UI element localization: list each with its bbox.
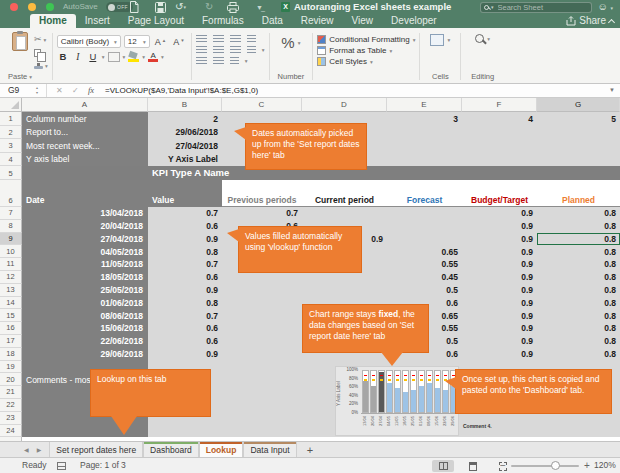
row-header-4[interactable]: 4 — [0, 153, 22, 167]
cell-E13[interactable]: 0.5 — [387, 284, 462, 297]
align-left-icon[interactable] — [196, 46, 207, 54]
row-header-15[interactable]: 15 — [0, 309, 22, 322]
cell-B15[interactable]: 0.7 — [148, 309, 222, 322]
cell-A11[interactable]: 11/05/2018 — [22, 258, 148, 271]
row-header-3[interactable]: 3 — [0, 139, 22, 153]
name-box[interactable]: G9 — [0, 84, 47, 97]
row-header-21[interactable]: 21 — [0, 386, 22, 399]
fill-color-icon[interactable] — [128, 52, 139, 62]
customize-toolbar-button[interactable]: ▼̲ — [256, 0, 263, 14]
cut-button[interactable]: ✂▾ — [34, 34, 48, 45]
cell-A13[interactable]: 25/05/2018 — [22, 284, 148, 297]
row-header-14[interactable]: 14 — [0, 297, 22, 310]
cell-B10[interactable]: 0.8 — [148, 245, 222, 258]
cell-B12[interactable]: 0.6 — [148, 271, 222, 284]
number-format-group[interactable]: %▾ Number — [274, 31, 309, 82]
cell-A15[interactable]: 08/06/2018 — [22, 309, 148, 322]
ribbon-tab-formulas[interactable]: Formulas — [193, 14, 253, 28]
cell-G15[interactable]: 0.8 — [537, 309, 620, 322]
cell-B1[interactable]: 2 — [148, 112, 222, 126]
ribbon-tab-review[interactable]: Review — [292, 14, 343, 28]
font-color-icon[interactable]: A — [148, 52, 158, 62]
zoom-slider-knob[interactable] — [551, 461, 560, 470]
cell-F1[interactable]: 4 — [462, 112, 537, 126]
prev-sheet-icon[interactable]: ◀ — [24, 446, 29, 453]
align-center-icon[interactable] — [213, 46, 224, 54]
cell-E12[interactable]: 0.45 — [387, 271, 462, 284]
cell-B7[interactable]: 0.7 — [148, 207, 222, 220]
cells-button[interactable]: ▾ Cells — [424, 31, 456, 82]
col-header-A[interactable]: A — [22, 98, 148, 112]
col-header-G[interactable]: G — [537, 98, 620, 112]
cell-G7[interactable]: 0.8 — [537, 207, 620, 220]
bold-button[interactable]: B — [57, 51, 69, 62]
increase-indent-icon[interactable] — [213, 57, 224, 65]
cell-E1[interactable]: 3 — [387, 112, 462, 126]
row-header-20[interactable]: 20 — [0, 373, 22, 386]
font-size-select[interactable]: 12▾ — [124, 35, 150, 48]
align-bottom-icon[interactable] — [230, 35, 241, 43]
cell-F12[interactable]: 0.9 — [462, 271, 537, 284]
decrease-indent-icon[interactable] — [196, 57, 207, 65]
cell-A8[interactable]: 20/04/2018 — [22, 220, 148, 233]
search-input[interactable] — [496, 2, 576, 13]
cell-G8[interactable]: 0.8 — [537, 220, 620, 233]
next-sheet-icon[interactable]: ▶ — [37, 446, 42, 453]
cell-E11[interactable]: 0.55 — [387, 258, 462, 271]
cell-C7[interactable]: 0.7 — [222, 207, 302, 220]
new-workbook-button[interactable] — [129, 0, 139, 14]
cell-G11[interactable]: 0.8 — [537, 258, 620, 271]
zoom-out-button[interactable]: − — [500, 458, 506, 473]
row-header-8[interactable]: 8 — [0, 220, 22, 233]
page-layout-view-button[interactable] — [462, 460, 484, 472]
cell-F16[interactable]: 0.9 — [462, 322, 537, 335]
row-header-10[interactable]: 10 — [0, 245, 22, 258]
collapse-ribbon-icon[interactable] — [608, 18, 615, 25]
cell-F7[interactable]: 0.9 — [462, 207, 537, 220]
close-window-button[interactable] — [10, 3, 18, 11]
cell-A1[interactable]: Column number — [22, 112, 148, 126]
row-header-17[interactable]: 17 — [0, 335, 22, 348]
cell-E6[interactable]: Forecast — [387, 180, 462, 207]
ribbon-tab-data[interactable]: Data — [253, 14, 292, 28]
format-painter-button[interactable]: ▾ — [34, 60, 48, 71]
cell-A14[interactable]: 01/06/2018 — [22, 297, 148, 310]
row-header-18[interactable]: 18 — [0, 348, 22, 361]
cell-A16[interactable]: 15/06/2018 — [22, 322, 148, 335]
underline-button[interactable]: U — [87, 51, 99, 62]
cell-A9[interactable]: 27/04/2018 — [22, 233, 148, 246]
cell-B6[interactable]: Value — [148, 180, 222, 207]
italic-button[interactable]: I — [72, 52, 84, 62]
cell-B3[interactable]: 27/04/2018 — [148, 139, 222, 153]
zoom-in-button[interactable]: + — [584, 458, 590, 473]
redo-button[interactable]: ↻ — [205, 0, 213, 14]
cell-styles-button[interactable]: Cell Styles▾ — [317, 57, 415, 66]
cell-G12[interactable]: 0.8 — [537, 271, 620, 284]
cell-B4[interactable]: Y Axis Label — [148, 153, 222, 167]
row-header-24[interactable]: 24 — [0, 425, 22, 438]
cell-F18[interactable]: 0.9 — [462, 348, 537, 361]
normal-view-button[interactable] — [432, 460, 454, 472]
cell-A2[interactable]: Report to... — [22, 126, 148, 140]
sheet-tab-dashboard[interactable]: Dashboard — [143, 442, 199, 457]
cell-F8[interactable]: 0.9 — [462, 220, 537, 233]
sheet-tab-data-input[interactable]: Data Input — [243, 442, 296, 457]
row-header-19[interactable]: 19 — [0, 361, 22, 374]
insert-function-icon[interactable]: fx — [88, 84, 94, 97]
sheet-tab-lookup[interactable]: Lookup — [199, 442, 244, 457]
font-name-select[interactable]: Calibri (Body)▾ — [57, 35, 121, 48]
name-box-stepper[interactable]: ▴▾ — [36, 85, 38, 95]
row-header-9[interactable]: 9 — [0, 233, 22, 246]
cell-G14[interactable]: 0.8 — [537, 297, 620, 310]
cell-A6[interactable]: Date — [22, 180, 148, 207]
sheet-tab-set-report-dates-here[interactable]: Set report dates here — [49, 442, 143, 457]
expand-formula-bar-icon[interactable]: ▼ — [609, 84, 615, 97]
cell-D6[interactable]: Current period — [302, 180, 387, 207]
col-header-C[interactable]: C — [222, 98, 302, 112]
undo-button[interactable]: ↺▾ — [175, 0, 186, 14]
cell-B8[interactable]: 0.6 — [148, 220, 222, 233]
cell-B18[interactable]: 0.9 — [148, 348, 222, 361]
cell-G6[interactable]: Planned — [537, 180, 620, 207]
wrap-text-icon[interactable] — [247, 35, 256, 43]
selected-cell-G9[interactable] — [537, 233, 620, 246]
